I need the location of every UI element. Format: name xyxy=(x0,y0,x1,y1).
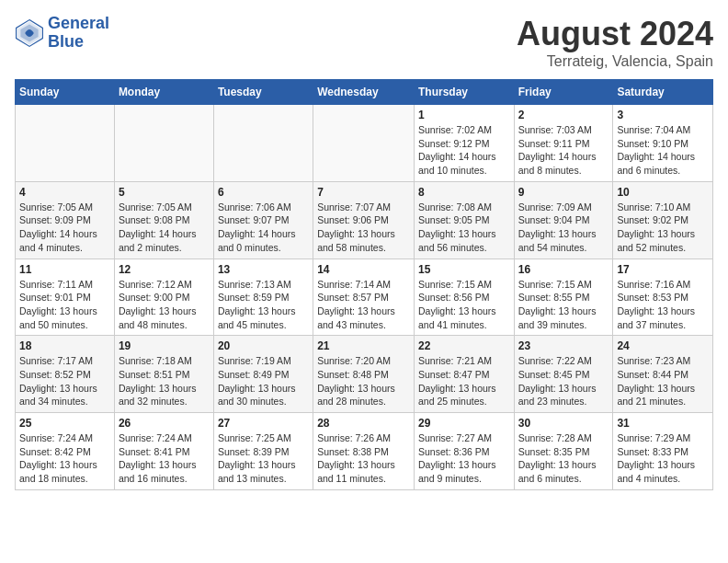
day-number: 6 xyxy=(218,186,309,199)
header-tuesday: Tuesday xyxy=(213,80,313,105)
day-info: Sunrise: 7:07 AMSunset: 9:06 PMDaylight:… xyxy=(317,201,410,255)
logo-text: General Blue xyxy=(48,15,109,52)
day-info: Sunrise: 7:03 AMSunset: 9:11 PMDaylight:… xyxy=(518,123,609,178)
day-info: Sunrise: 7:05 AMSunset: 9:09 PMDaylight:… xyxy=(19,201,110,255)
day-info: Sunrise: 7:02 AMSunset: 9:12 PMDaylight:… xyxy=(418,123,510,178)
page-header: General Blue August 2024 Terrateig, Vale… xyxy=(15,15,713,70)
day-info: Sunrise: 7:15 AMSunset: 8:56 PMDaylight:… xyxy=(418,278,510,332)
logo-icon xyxy=(15,18,44,48)
calendar-cell: 24Sunrise: 7:23 AMSunset: 8:44 PMDayligh… xyxy=(613,336,713,413)
main-title: August 2024 xyxy=(517,15,713,53)
day-info: Sunrise: 7:17 AMSunset: 8:52 PMDaylight:… xyxy=(19,354,110,408)
day-number: 30 xyxy=(518,417,609,430)
calendar-cell: 31Sunrise: 7:29 AMSunset: 8:33 PMDayligh… xyxy=(613,413,713,490)
calendar-header-row: SundayMondayTuesdayWednesdayThursdayFrid… xyxy=(16,80,713,105)
calendar-cell: 20Sunrise: 7:19 AMSunset: 8:49 PMDayligh… xyxy=(213,336,313,413)
calendar-cell: 26Sunrise: 7:24 AMSunset: 8:41 PMDayligh… xyxy=(114,413,213,490)
calendar-cell: 30Sunrise: 7:28 AMSunset: 8:35 PMDayligh… xyxy=(514,413,613,490)
calendar-week-row: 4Sunrise: 7:05 AMSunset: 9:09 PMDaylight… xyxy=(16,181,713,259)
day-info: Sunrise: 7:10 AMSunset: 9:02 PMDaylight:… xyxy=(617,201,709,255)
day-info: Sunrise: 7:05 AMSunset: 9:08 PMDaylight:… xyxy=(119,201,210,255)
calendar-cell xyxy=(313,105,415,182)
calendar-cell: 4Sunrise: 7:05 AMSunset: 9:09 PMDaylight… xyxy=(16,181,115,259)
header-wednesday: Wednesday xyxy=(313,80,415,105)
day-number: 21 xyxy=(317,339,410,352)
day-number: 17 xyxy=(617,263,709,276)
day-info: Sunrise: 7:15 AMSunset: 8:55 PMDaylight:… xyxy=(518,278,609,332)
calendar-cell: 29Sunrise: 7:27 AMSunset: 8:36 PMDayligh… xyxy=(414,413,514,490)
day-info: Sunrise: 7:24 AMSunset: 8:42 PMDaylight:… xyxy=(19,431,110,486)
calendar-week-row: 1Sunrise: 7:02 AMSunset: 9:12 PMDaylight… xyxy=(16,105,713,182)
calendar-cell: 7Sunrise: 7:07 AMSunset: 9:06 PMDaylight… xyxy=(313,181,415,259)
day-number: 22 xyxy=(418,339,510,352)
day-number: 23 xyxy=(518,339,609,352)
day-number: 31 xyxy=(617,417,709,430)
calendar-cell: 15Sunrise: 7:15 AMSunset: 8:56 PMDayligh… xyxy=(414,259,514,336)
calendar-cell: 8Sunrise: 7:08 AMSunset: 9:05 PMDaylight… xyxy=(414,181,514,259)
day-info: Sunrise: 7:13 AMSunset: 8:59 PMDaylight:… xyxy=(218,278,309,332)
day-number: 13 xyxy=(218,263,309,276)
day-number: 11 xyxy=(19,263,110,276)
day-info: Sunrise: 7:21 AMSunset: 8:47 PMDaylight:… xyxy=(418,354,510,408)
calendar-cell: 6Sunrise: 7:06 AMSunset: 9:07 PMDaylight… xyxy=(213,181,313,259)
day-number: 25 xyxy=(19,417,110,430)
day-number: 18 xyxy=(19,339,110,352)
day-number: 5 xyxy=(119,186,210,199)
day-number: 2 xyxy=(518,109,609,121)
day-info: Sunrise: 7:25 AMSunset: 8:39 PMDaylight:… xyxy=(218,431,309,486)
day-info: Sunrise: 7:08 AMSunset: 9:05 PMDaylight:… xyxy=(418,201,510,255)
day-info: Sunrise: 7:09 AMSunset: 9:04 PMDaylight:… xyxy=(518,201,609,255)
day-info: Sunrise: 7:20 AMSunset: 8:48 PMDaylight:… xyxy=(317,354,410,408)
day-info: Sunrise: 7:11 AMSunset: 9:01 PMDaylight:… xyxy=(19,278,110,332)
day-info: Sunrise: 7:22 AMSunset: 8:45 PMDaylight:… xyxy=(518,354,609,408)
day-number: 3 xyxy=(617,109,709,121)
logo: General Blue xyxy=(15,15,109,52)
day-info: Sunrise: 7:27 AMSunset: 8:36 PMDaylight:… xyxy=(418,431,510,486)
calendar-cell: 17Sunrise: 7:16 AMSunset: 8:53 PMDayligh… xyxy=(613,259,713,336)
calendar-cell: 2Sunrise: 7:03 AMSunset: 9:11 PMDaylight… xyxy=(514,105,613,182)
day-number: 29 xyxy=(418,417,510,430)
day-number: 10 xyxy=(617,186,709,199)
calendar-cell: 14Sunrise: 7:14 AMSunset: 8:57 PMDayligh… xyxy=(313,259,415,336)
calendar-cell: 12Sunrise: 7:12 AMSunset: 9:00 PMDayligh… xyxy=(114,259,213,336)
day-info: Sunrise: 7:24 AMSunset: 8:41 PMDaylight:… xyxy=(119,431,210,486)
day-number: 28 xyxy=(317,417,410,430)
day-number: 8 xyxy=(418,186,510,199)
calendar-cell: 25Sunrise: 7:24 AMSunset: 8:42 PMDayligh… xyxy=(16,413,115,490)
calendar-week-row: 25Sunrise: 7:24 AMSunset: 8:42 PMDayligh… xyxy=(16,413,713,490)
day-number: 9 xyxy=(518,186,609,199)
calendar-cell: 9Sunrise: 7:09 AMSunset: 9:04 PMDaylight… xyxy=(514,181,613,259)
calendar-cell: 5Sunrise: 7:05 AMSunset: 9:08 PMDaylight… xyxy=(114,181,213,259)
title-block: August 2024 Terrateig, Valencia, Spain xyxy=(517,15,713,70)
calendar-cell: 11Sunrise: 7:11 AMSunset: 9:01 PMDayligh… xyxy=(16,259,115,336)
header-sunday: Sunday xyxy=(16,80,115,105)
header-saturday: Saturday xyxy=(613,80,713,105)
day-info: Sunrise: 7:18 AMSunset: 8:51 PMDaylight:… xyxy=(119,354,210,408)
day-info: Sunrise: 7:12 AMSunset: 9:00 PMDaylight:… xyxy=(119,278,210,332)
header-friday: Friday xyxy=(514,80,613,105)
day-number: 15 xyxy=(418,263,510,276)
day-info: Sunrise: 7:19 AMSunset: 8:49 PMDaylight:… xyxy=(218,354,309,408)
day-number: 7 xyxy=(317,186,410,199)
calendar-week-row: 18Sunrise: 7:17 AMSunset: 8:52 PMDayligh… xyxy=(16,336,713,413)
day-number: 26 xyxy=(119,417,210,430)
day-number: 4 xyxy=(19,186,110,199)
calendar-cell xyxy=(213,105,313,182)
day-info: Sunrise: 7:14 AMSunset: 8:57 PMDaylight:… xyxy=(317,278,410,332)
day-number: 12 xyxy=(119,263,210,276)
calendar-table: SundayMondayTuesdayWednesdayThursdayFrid… xyxy=(15,79,713,490)
day-number: 1 xyxy=(418,109,510,121)
calendar-cell: 18Sunrise: 7:17 AMSunset: 8:52 PMDayligh… xyxy=(16,336,115,413)
day-info: Sunrise: 7:23 AMSunset: 8:44 PMDaylight:… xyxy=(617,354,709,408)
day-number: 24 xyxy=(617,339,709,352)
day-info: Sunrise: 7:29 AMSunset: 8:33 PMDaylight:… xyxy=(617,431,709,486)
day-info: Sunrise: 7:04 AMSunset: 9:10 PMDaylight:… xyxy=(617,123,709,178)
day-info: Sunrise: 7:16 AMSunset: 8:53 PMDaylight:… xyxy=(617,278,709,332)
header-monday: Monday xyxy=(114,80,213,105)
day-number: 16 xyxy=(518,263,609,276)
day-info: Sunrise: 7:26 AMSunset: 8:38 PMDaylight:… xyxy=(317,431,410,486)
calendar-cell xyxy=(16,105,115,182)
day-number: 19 xyxy=(119,339,210,352)
day-number: 14 xyxy=(317,263,410,276)
header-thursday: Thursday xyxy=(414,80,514,105)
